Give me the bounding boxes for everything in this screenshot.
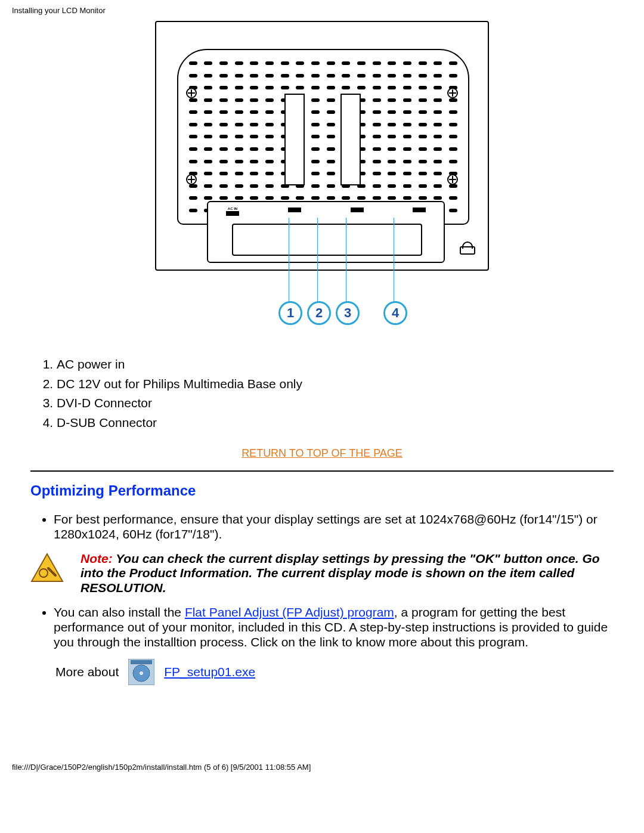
perf-item-1: For best performance, ensure that your d… [54, 512, 610, 542]
return-to-top-link[interactable]: RETURN TO TOP OF THE PAGE [21, 447, 623, 460]
fp-setup-link[interactable]: FP_setup01.exe [164, 665, 255, 679]
callout-1: 1 [278, 301, 302, 325]
monitor-frame: AC IN [155, 21, 489, 271]
port-label-ac: AC IN [226, 207, 239, 216]
screw-row-bottom [156, 174, 488, 185]
callout-2: 2 [307, 301, 331, 325]
legend-item-3: DVI-D Connector [57, 394, 623, 413]
cd-icon [128, 659, 154, 685]
fp-adjust-link[interactable]: Flat Panel Adjust (FP Adjust) program [185, 605, 394, 619]
connector-panel: AC IN [207, 201, 445, 263]
callout-3: 3 [336, 301, 360, 325]
svg-marker-0 [32, 554, 63, 581]
warning-note-icon [30, 553, 64, 584]
page-footer: file:///D|/Grace/150P2/english/150p2m/in… [12, 763, 644, 772]
page-header: Installing your LCD Monitor [0, 0, 644, 15]
legend-item-2: DC 12V out for Philips Multimedia Base o… [57, 374, 623, 394]
screw-icon [447, 88, 458, 98]
diagram-container: AC IN 1 2 3 4 [0, 21, 644, 322]
note-label: Note: [80, 552, 113, 565]
svg-point-4 [140, 671, 143, 675]
callout-4: 4 [383, 301, 407, 325]
connector-legend: AC power in DC 12V out for Philips Multi… [57, 355, 623, 432]
more-about-label: More about [55, 665, 119, 679]
inner-mount-slots [284, 94, 361, 185]
svg-rect-5 [131, 660, 152, 664]
screw-icon [447, 174, 458, 185]
more-about-row: More about FP_setup01.exe [55, 659, 623, 685]
section-heading: Optimizing Performance [30, 482, 623, 499]
legend-item-1: AC power in [57, 355, 623, 374]
divider [30, 470, 614, 472]
note-body: You can check the current display settin… [80, 552, 600, 595]
screw-icon [186, 88, 197, 98]
note-block: Note: You can check the current display … [30, 552, 610, 596]
screw-icon [186, 174, 197, 185]
lock-icon [460, 241, 473, 255]
perf-item-2: You can also install the Flat Panel Adju… [54, 605, 610, 649]
monitor-rear-diagram: AC IN 1 2 3 4 [155, 21, 489, 319]
legend-item-4: D-SUB Connector [57, 413, 623, 433]
